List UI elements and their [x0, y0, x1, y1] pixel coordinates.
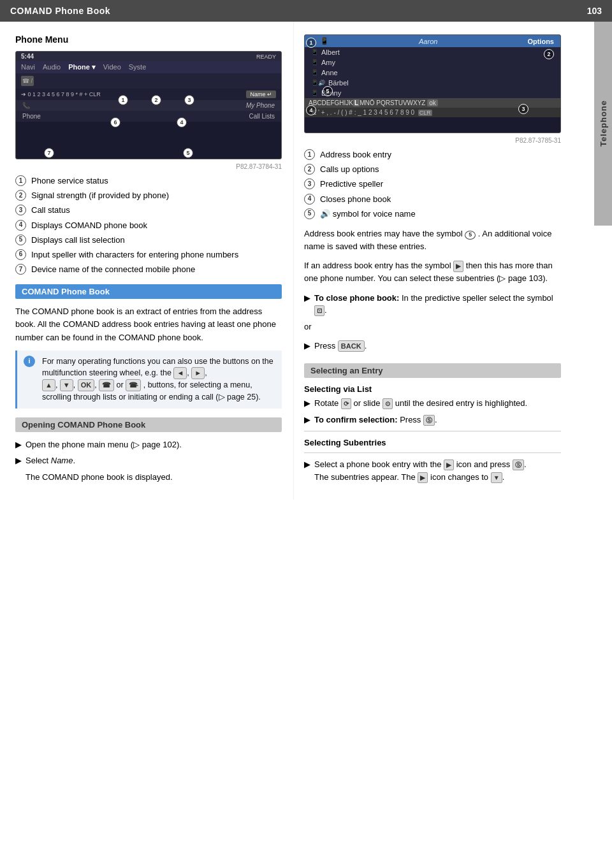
arrow-icon: ▶ [304, 414, 310, 426]
pm-ref: P82.87-3784-31 [15, 163, 282, 170]
selecting-section: Selecting an Entry [304, 363, 561, 378]
close-pb-list: ▶ To close phone book: In the predictive… [304, 292, 561, 317]
pm-keys: ➔ 0 1 2 3 4 5 6 7 8 9 * # + CLR [21, 91, 101, 98]
close-symbol: ⊡ [314, 305, 324, 316]
bookmark-icon: ▶ [453, 261, 463, 272]
opening-section: Opening COMAND Phone Book [15, 417, 282, 432]
list-item-text: Displays call list selection [31, 235, 125, 246]
subentry-item: ▶ Select a phone book entry with the ▶ i… [304, 458, 561, 483]
rotate-item: ▶ Rotate ⟳ or slide ⊙ until the desired … [304, 397, 561, 410]
arrow-icon: ▶ [15, 438, 22, 451]
pb-item-text: 🔊 symbol for voice name [320, 208, 416, 220]
pm-circle-6: 6 [110, 117, 120, 127]
pb-circle-5: 5 [323, 86, 333, 96]
key-phone: ☎ [99, 379, 114, 391]
right-body1: Address book entries may have the symbol… [304, 228, 561, 253]
pm-circle-7: 7 [44, 148, 54, 158]
rotate-left-icon: ⟳ [341, 398, 351, 409]
arrow-icon: ▶ [304, 458, 310, 483]
step-text: The COMAND phone book is displayed. [26, 471, 173, 484]
pb-list-item: 2 Calls up options [304, 164, 561, 175]
press-text: Press BACK. [314, 340, 367, 352]
list-item: 3 Call status [15, 205, 282, 216]
key-endcall: ☎̶ [126, 379, 141, 391]
comand-phonebook-body: The COMAND phone book is an extract of e… [15, 305, 282, 344]
pm-myphone: My Phone [246, 102, 275, 109]
circle-2: 2 [15, 190, 26, 201]
press-back-list: ▶ Press BACK. [304, 340, 561, 352]
pm-keypad-area: ➔ 0 1 2 3 4 5 6 7 8 9 * # + CLR Name ↵ [16, 89, 281, 100]
list-item: 4 Displays COMAND phone book [15, 220, 282, 231]
pb-entry-amy: 📱Amy [305, 57, 560, 68]
or-label: or [304, 321, 561, 333]
list-item-text: Phone service status [31, 175, 108, 187]
sub-press-icon: Ⓢ [513, 459, 524, 470]
info-text: For many operating functions you can als… [42, 356, 275, 403]
pm-nav-audio: Audio [43, 63, 61, 71]
circle-4: 4 [15, 220, 26, 231]
list-item: 5 Displays call list selection [15, 235, 282, 246]
pm-bottom-bar: Phone 7 5 Call Lists [16, 111, 281, 122]
step-text: Open the phone main menu (▷ page 102). [26, 438, 182, 451]
slide-icon: ⊙ [382, 398, 393, 409]
pm-circle-5: 5 [183, 148, 193, 158]
pb-list-item: 5 🔊 symbol for voice name [304, 208, 561, 220]
confirm-item: ▶ To confirm selection: Press Ⓢ. [304, 414, 561, 426]
pm-nav-bar: Navi Audio Phone ▾ Video Sy­ste 1 2 3 [16, 61, 281, 73]
section-title: COMAND Phone Book [10, 6, 110, 16]
pm-phone-bar: 📞 My Phone [16, 100, 281, 111]
main-content: Phone Menu 5:44 READY Navi Audio Phone ▾… [0, 22, 612, 500]
pb-phone-icon: 📱 [320, 37, 329, 45]
pm-nav-sys: Sy­ste [129, 63, 147, 71]
select-via-list-heading: Selecting via List [304, 384, 561, 394]
list-item: 7 Device name of the connected mobile ph… [15, 264, 282, 275]
pb-entry-icon: 📱 [311, 69, 318, 76]
circle-5: 5 [15, 235, 26, 245]
pb-selected-name: Aaron [419, 38, 437, 45]
pm-time: 5:44 [21, 53, 34, 60]
open-step-2: ▶ Select Name. [15, 454, 282, 467]
pm-call-area: ☎ / 6 4 [16, 73, 281, 89]
sub-bookmark-icon: ▶ [418, 472, 428, 483]
list-item-text: Signal strength (if provided by phone) [31, 190, 169, 201]
inline-circle-5: 5 [465, 231, 476, 240]
pb-list-item: 1 Address book entry [304, 149, 561, 161]
open-steps-list: ▶ Open the phone main menu (▷ page 102).… [15, 438, 282, 484]
circle-3: 3 [15, 205, 26, 215]
pb-list-item: 4 Closes phone book [304, 194, 561, 205]
arrow-icon: ▶ [304, 292, 310, 317]
pb-entry-icon: 📱 [311, 90, 318, 96]
pb-items-list: 1 Address book entry 2 Calls up options … [304, 149, 561, 220]
pm-ready: READY [256, 54, 276, 60]
sub-down-icon: ▼ [491, 472, 502, 483]
circle-r1: 1 [304, 149, 315, 160]
list-item-text: Input speller with characters for enteri… [31, 249, 238, 261]
list-item-text: Device name of the connected mobile phon… [31, 264, 195, 275]
pm-nav-navi: Navi [21, 63, 35, 71]
arrow-icon: ▶ [304, 397, 310, 410]
pb-alpha-L: L [353, 99, 360, 106]
pb-entry-albert: 📱Albert [305, 47, 560, 57]
page-number: 103 [587, 6, 602, 16]
pb-circle-1: 1 [306, 38, 316, 48]
pb-options-label: Options [527, 38, 554, 45]
pb-item-text: Predictive speller [320, 178, 383, 190]
name-italic: Name [51, 456, 73, 465]
key-down: ▼ [60, 379, 73, 391]
info-box: i For many operating functions you can a… [15, 351, 282, 409]
circle-r2: 2 [304, 164, 315, 175]
arrow-icon: ▶ [304, 340, 310, 352]
sidebar-label: Telephone [599, 100, 608, 147]
phone-menu-heading: Phone Menu [15, 34, 282, 45]
rotate-text: Rotate ⟳ or slide ⊙ until the desired en… [314, 397, 527, 410]
circle-r3: 3 [304, 178, 315, 189]
subentry-text: Select a phone book entry with the ▶ ico… [314, 458, 527, 483]
sidebar-tab: Telephone [594, 22, 612, 226]
pb-item-text: Closes phone book [320, 194, 391, 205]
pm-phone-icon: 📞 [22, 102, 30, 109]
key-right: ► [191, 367, 205, 379]
pm-circle-1: 1 [118, 95, 128, 105]
phonebook-image: 1 📱 Aaron Options 2 📱Albert 📱Amy 📱Anne 5… [304, 34, 561, 133]
pm-calllists-label: Call Lists [249, 113, 275, 120]
right-column: 1 📱 Aaron Options 2 📱Albert 📱Amy 📱Anne 5… [293, 22, 593, 500]
